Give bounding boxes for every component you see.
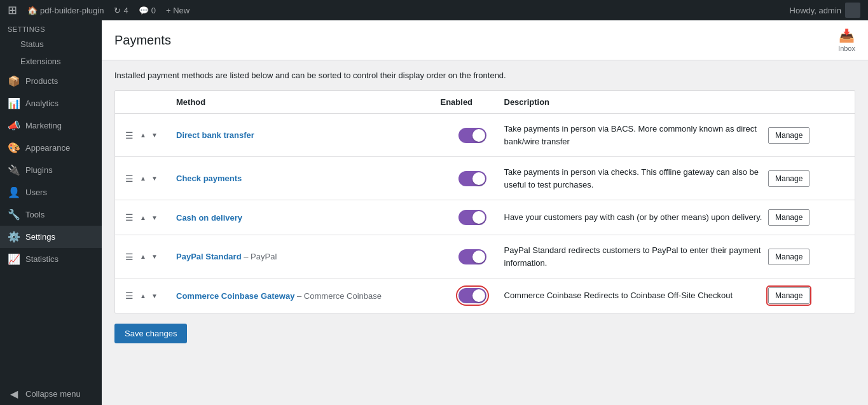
- method-name[interactable]: PayPal Standard – PayPal: [176, 252, 441, 261]
- sidebar-item-tools[interactable]: 🔧 Tools: [0, 203, 102, 226]
- enabled-toggle[interactable]: [458, 288, 486, 303]
- description-text: Take payments in person via BACS. More c…: [504, 123, 769, 148]
- arrow-down-button[interactable]: ▼: [150, 252, 159, 261]
- toggle-thumb: [472, 211, 485, 224]
- table-row: ☰ ▲ ▼ Cash on delivery Have your custome…: [115, 200, 855, 235]
- collapse-menu[interactable]: ◀ Collapse menu: [0, 383, 102, 405]
- manage-button[interactable]: Manage: [768, 127, 809, 144]
- description-text: Have your customers pay with cash (or by…: [504, 211, 769, 224]
- sidebar-item-users[interactable]: 👤 Users: [0, 181, 102, 203]
- manage-button[interactable]: Manage: [768, 249, 809, 265]
- settings-icon: ⚙️: [8, 231, 20, 243]
- toggle-container: [441, 210, 504, 225]
- method-name[interactable]: Cash on delivery: [176, 213, 441, 223]
- analytics-icon: 📊: [8, 97, 20, 109]
- inbox-button[interactable]: 📥 Inbox: [838, 28, 855, 52]
- col-description: Description: [504, 97, 769, 107]
- description-text: PayPal Standard redirects customers to P…: [504, 244, 769, 269]
- action-cell: Manage: [768, 287, 844, 304]
- arrow-down-button[interactable]: ▼: [150, 130, 159, 140]
- col-method: Method: [176, 97, 441, 107]
- arrow-up-button[interactable]: ▲: [139, 252, 148, 261]
- save-changes-button[interactable]: Save changes: [114, 324, 187, 343]
- drag-handle-icon[interactable]: ☰: [125, 130, 134, 141]
- col-enabled: Enabled: [441, 97, 504, 107]
- row-controls: ☰ ▲ ▼: [125, 252, 176, 262]
- payment-table: Method Enabled Description ☰ ▲ ▼ Direct …: [114, 90, 855, 313]
- comments-item[interactable]: 💬 0: [139, 6, 156, 15]
- sidebar-item-extensions[interactable]: Extensions: [0, 53, 102, 70]
- toggle-container: [441, 128, 504, 143]
- description-text: Commerce Coinbase Redirects to Coinbase …: [504, 289, 769, 302]
- toggle-thumb: [472, 129, 485, 142]
- collapse-icon: ◀: [8, 388, 20, 400]
- arrow-down-button[interactable]: ▼: [150, 213, 159, 223]
- inbox-icon: 📥: [839, 28, 855, 43]
- col-controls: [125, 97, 176, 107]
- method-name[interactable]: Commerce Coinbase Gateway – Commerce Coi…: [176, 291, 441, 301]
- sidebar-item-analytics[interactable]: 📊 Analytics: [0, 92, 102, 114]
- manage-button[interactable]: Manage: [768, 170, 809, 187]
- appearance-icon: 🎨: [8, 142, 20, 154]
- row-controls: ☰ ▲ ▼: [125, 174, 176, 184]
- toggle-thumb: [472, 251, 485, 263]
- toggle-thumb: [472, 172, 485, 185]
- sidebar-item-settings[interactable]: ⚙️ Settings: [0, 226, 102, 248]
- statistics-icon: 📈: [8, 253, 20, 265]
- arrow-up-button[interactable]: ▲: [139, 130, 148, 140]
- method-name[interactable]: Direct bank transfer: [176, 130, 441, 140]
- arrow-up-button[interactable]: ▲: [139, 174, 148, 183]
- info-text: Installed payment methods are listed bel…: [114, 71, 855, 80]
- wp-logo[interactable]: ⊞: [8, 3, 17, 17]
- avatar: [845, 3, 860, 18]
- toggle-container: [441, 249, 504, 264]
- enabled-toggle[interactable]: [458, 210, 486, 225]
- action-cell: Manage: [768, 170, 844, 187]
- products-icon: 📦: [8, 75, 20, 87]
- col-actions: [768, 97, 844, 107]
- main-content: Payments 📥 Inbox Installed payment metho…: [102, 20, 868, 405]
- sidebar-item-marketing[interactable]: 📣 Marketing: [0, 114, 102, 137]
- updates-item[interactable]: ↻ 4: [114, 6, 128, 15]
- arrow-up-button[interactable]: ▲: [139, 213, 148, 223]
- sidebar-item-products[interactable]: 📦 Products: [0, 70, 102, 92]
- arrow-down-button[interactable]: ▼: [150, 174, 159, 183]
- drag-handle-icon[interactable]: ☰: [125, 291, 134, 301]
- sidebar-section-settings: Settings: [0, 20, 102, 36]
- action-cell: Manage: [768, 249, 844, 265]
- sidebar-item-appearance[interactable]: 🎨 Appearance: [0, 137, 102, 159]
- toggle-container: [441, 171, 504, 186]
- new-item[interactable]: + New: [166, 6, 189, 15]
- drag-handle-icon[interactable]: ☰: [125, 212, 134, 223]
- toggle-container: [441, 288, 504, 303]
- row-controls: ☰ ▲ ▼: [125, 291, 176, 301]
- drag-handle-icon[interactable]: ☰: [125, 174, 134, 184]
- enabled-toggle[interactable]: [458, 249, 486, 264]
- row-controls: ☰ ▲ ▼: [125, 212, 176, 223]
- drag-handle-icon[interactable]: ☰: [125, 252, 134, 262]
- arrow-down-button[interactable]: ▼: [150, 291, 159, 301]
- content-header: Payments 📥 Inbox: [102, 20, 868, 60]
- enabled-toggle[interactable]: [458, 128, 486, 143]
- topbar: ⊞ 🏠 pdf-builder-plugin ↻ 4 💬 0 + New How…: [0, 0, 868, 20]
- sidebar-item-statistics[interactable]: 📈 Statistics: [0, 248, 102, 270]
- sidebar-item-status[interactable]: Status: [0, 36, 102, 53]
- arrow-up-button[interactable]: ▲: [139, 291, 148, 301]
- manage-button[interactable]: Manage: [768, 287, 809, 304]
- site-name[interactable]: 🏠 pdf-builder-plugin: [27, 6, 104, 15]
- plugins-icon: 🔌: [8, 164, 20, 176]
- table-row: ☰ ▲ ▼ PayPal Standard – PayPal PayPal St…: [115, 235, 855, 278]
- sidebar-item-plugins[interactable]: 🔌 Plugins: [0, 159, 102, 181]
- description-text: Take payments in person via checks. This…: [504, 166, 769, 191]
- manage-button[interactable]: Manage: [768, 209, 809, 226]
- enabled-toggle[interactable]: [458, 171, 486, 186]
- method-name[interactable]: Check payments: [176, 174, 441, 183]
- row-controls: ☰ ▲ ▼: [125, 130, 176, 141]
- table-row: ☰ ▲ ▼ Check payments Take payments in pe…: [115, 157, 855, 200]
- page-title: Payments: [114, 33, 171, 48]
- tools-icon: 🔧: [8, 209, 20, 221]
- admin-info: Howdy, admin: [790, 3, 860, 18]
- marketing-icon: 📣: [8, 120, 20, 132]
- toggle-thumb: [472, 289, 485, 302]
- sidebar: Settings Status Extensions 📦 Products 📊 …: [0, 20, 102, 405]
